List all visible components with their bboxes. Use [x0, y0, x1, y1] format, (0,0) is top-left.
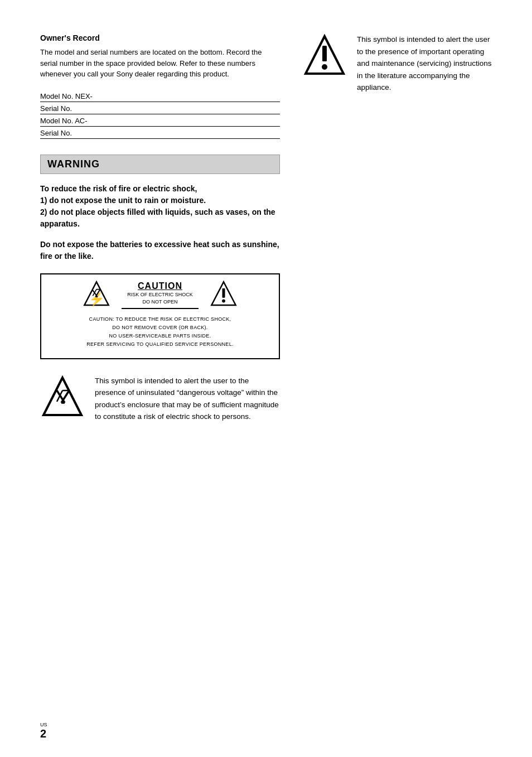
fire-shock-warning: To reduce the risk of fire or electric s… [40, 183, 280, 230]
serial-2-label: Serial No. [40, 126, 280, 138]
warning-title: WARNING [47, 158, 100, 170]
svg-line-13 [61, 390, 69, 403]
owners-record-title: Owner's Record [40, 33, 280, 42]
caution-diagram: ⚡ CAUTION RISK OF ELECTRIC SHOCK DO NOT … [40, 273, 280, 359]
svg-point-18 [322, 64, 327, 70]
page-number: 2 [40, 727, 47, 740]
symbol-exclamation-text: This symbol is intended to alert the use… [357, 33, 492, 94]
caution-center-label: CAUTION RISK OF ELECTRIC SHOCK DO NOT OP… [122, 280, 199, 308]
table-row: Model No. AC- [40, 114, 280, 126]
caution-sub-text: RISK OF ELECTRIC SHOCK DO NOT OPEN [127, 291, 193, 305]
model-ac-label: Model No. AC- [40, 114, 280, 126]
batteries-text: Do not expose the batteries to excessive… [40, 240, 279, 261]
page-number-area: US 2 [40, 722, 47, 740]
caution-top-row: ⚡ CAUTION RISK OF ELECTRIC SHOCK DO NOT … [48, 280, 272, 310]
symbol-lightning-text: This symbol is intended to alert the use… [95, 375, 280, 423]
caution-bottom-text: CAUTION: TO REDUCE THE RISK OF ELECTRIC … [48, 315, 272, 349]
caution-label-text: CAUTION [127, 281, 193, 291]
batteries-warning: Do not expose the batteries to excessive… [40, 239, 280, 262]
svg-marker-10 [43, 378, 81, 415]
owners-record-description: The model and serial numbers are located… [40, 47, 280, 80]
fire-shock-point2: 2) do not place objects filled with liqu… [40, 206, 280, 230]
svg-rect-17 [322, 46, 327, 61]
symbol-lightning-row: This symbol is intended to alert the use… [40, 375, 280, 423]
fire-shock-heading: To reduce the risk of fire or electric s… [40, 183, 280, 195]
table-row: Model No. NEX- [40, 90, 280, 102]
table-row: Serial No. [40, 102, 280, 114]
fire-shock-point1: 1) do not expose the unit to rain or moi… [40, 195, 280, 206]
lightning-icon-left: ⚡ [83, 280, 110, 310]
svg-rect-8 [222, 288, 225, 298]
owners-record-section: Owner's Record The model and serial numb… [40, 33, 280, 139]
model-nex-label: Model No. NEX- [40, 90, 280, 102]
model-serial-table: Model No. NEX- Serial No. Model No. AC- … [40, 90, 280, 139]
warning-header-box: WARNING [40, 155, 280, 174]
warning-content: To reduce the risk of fire or electric s… [40, 183, 280, 262]
table-row: Serial No. [40, 126, 280, 138]
svg-text:⚡: ⚡ [89, 291, 105, 306]
right-column: This symbol is intended to alert the use… [302, 33, 492, 434]
svg-point-9 [222, 299, 225, 302]
page-country: US [40, 722, 47, 727]
symbol-exclamation-row: This symbol is intended to alert the use… [302, 33, 492, 94]
exclamation-icon-large [302, 33, 347, 80]
exclamation-icon-right [210, 280, 238, 310]
serial-1-label: Serial No. [40, 102, 280, 114]
lightning-icon-large [40, 375, 85, 421]
